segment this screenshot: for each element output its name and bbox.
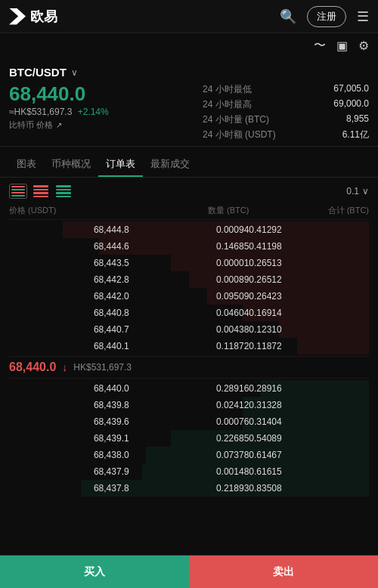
decimal-selector[interactable]: 0.1 ∨: [346, 186, 369, 197]
buy-orders: 68,440.0 0.28916 0.28916 68,439.8 0.0241…: [9, 380, 369, 497]
sell-price: 68,442.0: [9, 289, 129, 303]
sell-total: 0.26423: [249, 289, 369, 303]
register-button[interactable]: 注册: [307, 6, 346, 27]
stat-label: 24 小时量 (BTC): [203, 113, 269, 126]
hk-price-row: ≈HK$531,697.3 +2.14%: [9, 107, 194, 117]
menu-icon[interactable]: ☰: [357, 8, 369, 25]
sell-price: 68,443.5: [9, 256, 129, 270]
buy-order-row[interactable]: 68,438.0 0.07378 0.61467: [9, 447, 369, 463]
header: 欧易 🔍 注册 ☰: [0, 0, 378, 33]
sell-total: 0.41292: [249, 223, 369, 237]
sell-order-row[interactable]: 68,444.6 0.14685 0.41198: [9, 238, 369, 255]
stat-label: 24 小时最高: [203, 98, 252, 111]
price-left: 68,440.0 ≈HK$531,697.3 +2.14% 比特币 价格 ↗: [9, 83, 194, 141]
buy-price: 68,439.6: [9, 415, 129, 429]
buy-price: 68,437.9: [9, 465, 129, 478]
sell-qty: 0.14685: [129, 240, 249, 253]
buy-order-row[interactable]: 68,439.1 0.22685 0.54089: [9, 430, 369, 447]
buy-price: 68,437.8: [9, 481, 129, 495]
logo-text: 欧易: [30, 8, 57, 26]
view-sell-button[interactable]: [32, 184, 50, 199]
col-header-label: 合计 (BTC): [249, 205, 369, 216]
buy-button[interactable]: 买入: [0, 556, 189, 588]
buy-qty: 0.02412: [129, 398, 249, 412]
pair-dropdown-icon[interactable]: ∨: [71, 67, 78, 78]
view-controls: 0.1 ∨: [9, 184, 369, 199]
sub-header: 〜 ▣ ⚙: [0, 33, 378, 58]
tabs: 图表币种概况订单表最新成交: [0, 151, 378, 178]
logo-icon: [9, 8, 26, 25]
stat-value: 6.11亿: [316, 128, 369, 141]
sell-order-row[interactable]: 68,440.8 0.04604 0.16914: [9, 305, 369, 321]
sell-order-row[interactable]: 68,444.8 0.00094 0.41292: [9, 221, 369, 238]
tab-币种概况[interactable]: 币种概况: [44, 151, 98, 177]
hk-price: ≈HK$531,697.3: [9, 107, 72, 117]
settings-icon[interactable]: ⚙: [358, 39, 369, 53]
sell-order-row[interactable]: 68,442.8 0.00089 0.26512: [9, 271, 369, 288]
sell-price: 68,440.8: [9, 306, 129, 320]
stat-value: 67,005.0: [316, 83, 369, 96]
buy-order-row[interactable]: 68,439.6 0.00076 0.31404: [9, 413, 369, 430]
sell-qty: 0.09509: [129, 289, 249, 303]
price-stats: 24 小时最低67,005.024 小时最高69,000.024 小时量 (BT…: [203, 83, 369, 141]
sell-order-row[interactable]: 68,440.1 0.11872 0.11872: [9, 338, 369, 354]
sell-total: 0.12310: [249, 323, 369, 336]
sell-order-row[interactable]: 68,442.0 0.09509 0.26423: [9, 288, 369, 305]
buy-total: 0.28916: [249, 382, 369, 395]
sell-total: 0.11872: [249, 339, 369, 353]
sell-price: 68,442.8: [9, 273, 129, 286]
search-icon[interactable]: 🔍: [280, 8, 296, 25]
tab-订单表[interactable]: 订单表: [98, 151, 143, 177]
buy-qty: 0.21893: [129, 481, 249, 495]
buy-order-row[interactable]: 68,439.8 0.02412 0.31328: [9, 397, 369, 413]
document-icon[interactable]: ▣: [336, 39, 348, 53]
stat-label: 24 小时额 (USDT): [203, 128, 276, 141]
tab-图表[interactable]: 图表: [9, 151, 44, 177]
stat-value: 8,955: [316, 113, 369, 126]
sell-order-row[interactable]: 68,443.5 0.00001 0.26513: [9, 255, 369, 271]
column-headers: 价格 (USDT)数量 (BTC)合计 (BTC): [9, 203, 369, 220]
price-change: +2.14%: [78, 107, 109, 117]
sell-price: 68,444.6: [9, 240, 129, 253]
sell-total: 0.26513: [249, 256, 369, 270]
chart-icon[interactable]: 〜: [314, 38, 326, 54]
mid-price-row: 68,440.0 ↓ HK$531,697.3: [9, 356, 369, 379]
stat-value: 69,000.0: [316, 98, 369, 111]
sell-total: 0.41198: [249, 240, 369, 253]
price-section: BTC/USDT ∨ 68,440.0 ≈HK$531,697.3 +2.14%…: [0, 58, 378, 147]
buy-order-row[interactable]: 68,437.9 0.00148 0.61615: [9, 463, 369, 480]
buy-qty: 0.28916: [129, 382, 249, 395]
view-buy-button[interactable]: [54, 184, 73, 199]
sell-price: 68,440.1: [9, 339, 129, 353]
external-link-icon[interactable]: ↗: [56, 121, 62, 129]
sell-total: 0.26512: [249, 273, 369, 286]
buy-total: 0.31404: [249, 415, 369, 429]
buy-qty: 0.00148: [129, 465, 249, 478]
buy-price: 68,438.0: [9, 448, 129, 462]
pair-name[interactable]: BTC/USDT: [9, 66, 67, 79]
sell-qty: 0.00089: [129, 273, 249, 286]
buy-price: 68,439.8: [9, 398, 129, 412]
orderbook: 0.1 ∨ 价格 (USDT)数量 (BTC)合计 (BTC) 68,444.8…: [0, 178, 378, 503]
pair-row: BTC/USDT ∨: [9, 66, 369, 79]
decimal-value: 0.1: [346, 186, 359, 197]
sell-qty: 0.04604: [129, 306, 249, 320]
sell-qty: 0.00001: [129, 256, 249, 270]
bottom-bar: 买入 卖出: [0, 555, 378, 588]
buy-qty: 0.22685: [129, 432, 249, 445]
col-header-label: 数量 (BTC): [129, 205, 249, 216]
buy-order-row[interactable]: 68,440.0 0.28916 0.28916: [9, 380, 369, 397]
price-sub: 比特币 价格 ↗: [9, 119, 194, 131]
view-both-button[interactable]: [9, 184, 27, 199]
stat-row: 24 小时额 (USDT)6.11亿: [203, 128, 369, 141]
tab-最新成交[interactable]: 最新成交: [143, 151, 197, 177]
price-main-row: 68,440.0 ≈HK$531,697.3 +2.14% 比特币 价格 ↗ 2…: [9, 83, 369, 141]
stat-row: 24 小时最高69,000.0: [203, 98, 369, 111]
sell-order-row[interactable]: 68,440.7 0.00438 0.12310: [9, 321, 369, 338]
sell-button[interactable]: 卖出: [189, 556, 378, 588]
buy-order-row[interactable]: 68,437.8 0.21893 0.83508: [9, 480, 369, 497]
buy-price: 68,440.0: [9, 382, 129, 395]
sub-label: 比特币 价格: [9, 119, 53, 131]
decimal-dropdown-icon: ∨: [362, 186, 369, 197]
view-buttons: [9, 184, 73, 199]
